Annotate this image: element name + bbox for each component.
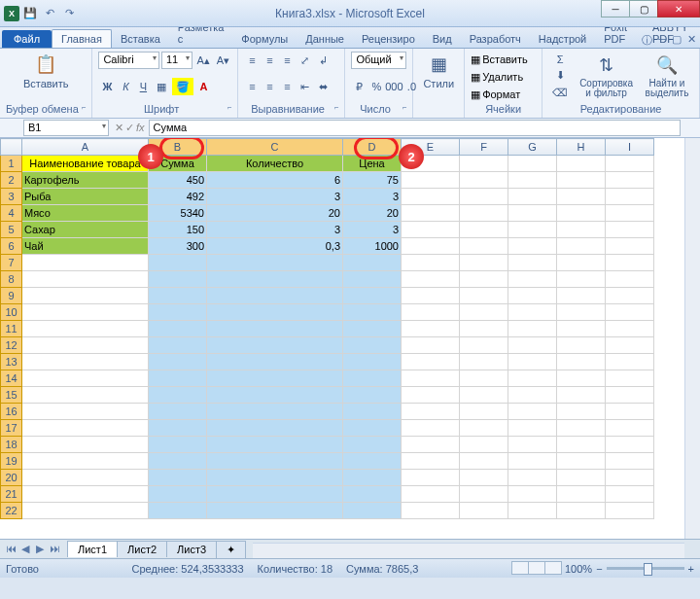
cell-D20[interactable] — [343, 470, 402, 486]
cell-H8[interactable] — [557, 271, 606, 288]
cell-H11[interactable] — [557, 321, 606, 337]
cell-A11[interactable] — [22, 321, 149, 337]
cell-I22[interactable] — [606, 503, 654, 519]
cell-H7[interactable] — [557, 255, 606, 271]
cell-A6[interactable]: Чай — [22, 238, 149, 255]
cell-G4[interactable] — [508, 205, 557, 222]
cell-H4[interactable] — [557, 205, 606, 222]
cell-B10[interactable] — [149, 304, 207, 321]
cell-E11[interactable] — [402, 321, 460, 337]
tab-addins[interactable]: Надстрой — [530, 30, 595, 48]
border-button[interactable]: ▦ — [153, 78, 170, 95]
cell-C14[interactable] — [207, 370, 343, 387]
col-header-C[interactable]: C — [207, 139, 343, 156]
fill-icon[interactable]: ⬇ — [548, 67, 572, 84]
cell-C11[interactable] — [207, 321, 343, 337]
cell-C20[interactable] — [207, 470, 343, 486]
cell-D22[interactable] — [343, 503, 402, 519]
cell-H5[interactable] — [557, 222, 606, 238]
formula-input[interactable]: Сумма — [149, 120, 681, 136]
col-header-F[interactable]: F — [460, 139, 508, 156]
cell-I11[interactable] — [606, 321, 654, 337]
fill-color-button[interactable]: 🪣 — [172, 78, 193, 95]
cell-A5[interactable]: Сахар — [22, 222, 149, 238]
cell-H14[interactable] — [557, 370, 606, 387]
cell-G20[interactable] — [508, 470, 557, 486]
cell-F18[interactable] — [460, 437, 508, 453]
cell-C16[interactable] — [207, 404, 343, 420]
cell-I5[interactable] — [606, 222, 654, 238]
cell-I2[interactable] — [606, 172, 654, 189]
col-header-H[interactable]: H — [557, 139, 606, 156]
cell-A20[interactable] — [22, 470, 149, 486]
cell-E9[interactable] — [402, 288, 460, 304]
delete-cells-button[interactable]: ▦ Удалить — [471, 68, 536, 86]
row-header-7[interactable]: 7 — [1, 255, 22, 271]
cell-I8[interactable] — [606, 271, 654, 288]
cell-H12[interactable] — [557, 337, 606, 354]
cell-E19[interactable] — [402, 453, 460, 470]
cell-I1[interactable] — [606, 156, 654, 172]
cell-F14[interactable] — [460, 370, 508, 387]
cell-E3[interactable] — [402, 189, 460, 205]
row-header-22[interactable]: 22 — [1, 503, 22, 519]
enter-formula-icon[interactable]: ✓ — [125, 122, 134, 134]
cell-C3[interactable]: 3 — [207, 189, 343, 205]
vertical-scrollbar[interactable] — [684, 138, 700, 539]
cell-D8[interactable] — [343, 271, 402, 288]
sheet-tab-3[interactable]: Лист3 — [166, 541, 217, 557]
cell-C1[interactable]: Количество — [207, 156, 343, 172]
cell-C10[interactable] — [207, 304, 343, 321]
cell-B16[interactable] — [149, 404, 207, 420]
nav-next-icon[interactable]: ▶ — [33, 543, 47, 555]
tab-home[interactable]: Главная — [52, 29, 112, 48]
cell-G15[interactable] — [508, 387, 557, 404]
cell-I6[interactable] — [606, 238, 654, 255]
font-size-combo[interactable]: 11 — [161, 52, 192, 69]
cell-I14[interactable] — [606, 370, 654, 387]
grid[interactable]: ABCDEFGHI1Наименование товараСуммаКоличе… — [0, 138, 654, 519]
save-icon[interactable]: 💾 — [21, 5, 39, 22]
row-header-9[interactable]: 9 — [1, 288, 22, 304]
row-header-2[interactable]: 2 — [1, 172, 22, 189]
cell-C18[interactable] — [207, 437, 343, 453]
cell-A21[interactable] — [22, 486, 149, 503]
minimize-button[interactable]: ─ — [601, 0, 630, 18]
fx-icon[interactable]: fx — [136, 122, 145, 134]
sheet-tab-2[interactable]: Лист2 — [117, 541, 167, 557]
cell-G13[interactable] — [508, 354, 557, 370]
cell-G6[interactable] — [508, 238, 557, 255]
cell-E4[interactable] — [402, 205, 460, 222]
cell-E2[interactable] — [402, 172, 460, 189]
undo-icon[interactable]: ↶ — [41, 5, 58, 22]
clear-icon[interactable]: ⌫ — [548, 85, 572, 101]
row-header-6[interactable]: 6 — [1, 238, 22, 255]
cell-F21[interactable] — [460, 486, 508, 503]
cell-G10[interactable] — [508, 304, 557, 321]
font-name-combo[interactable]: Calibri — [98, 52, 159, 69]
underline-button[interactable]: Ч — [135, 78, 151, 95]
tab-insert[interactable]: Вставка — [112, 30, 169, 48]
find-select-button[interactable]: 🔍Найти и выделить — [641, 51, 693, 101]
grow-font-icon[interactable]: A▴ — [194, 52, 212, 69]
select-all-corner[interactable] — [1, 139, 22, 156]
cell-F13[interactable] — [460, 354, 508, 370]
cell-A13[interactable] — [22, 354, 149, 370]
cell-B2[interactable]: 450 — [149, 172, 207, 189]
row-header-14[interactable]: 14 — [1, 370, 22, 387]
cell-F7[interactable] — [460, 255, 508, 271]
zoom-in-button[interactable]: + — [688, 563, 694, 575]
currency-icon[interactable]: ₽ — [351, 78, 367, 95]
cell-B19[interactable] — [149, 453, 207, 470]
cell-G9[interactable] — [508, 288, 557, 304]
cell-E16[interactable] — [402, 404, 460, 420]
cell-C7[interactable] — [207, 255, 343, 271]
cell-C6[interactable]: 0,3 — [207, 238, 343, 255]
wrap-text-icon[interactable]: ↲ — [315, 52, 332, 69]
cell-A17[interactable] — [22, 420, 149, 437]
percent-icon[interactable]: % — [368, 78, 384, 95]
cell-E20[interactable] — [402, 470, 460, 486]
cell-H13[interactable] — [557, 354, 606, 370]
tab-formulas[interactable]: Формулы — [232, 30, 297, 48]
cell-G2[interactable] — [508, 172, 557, 189]
